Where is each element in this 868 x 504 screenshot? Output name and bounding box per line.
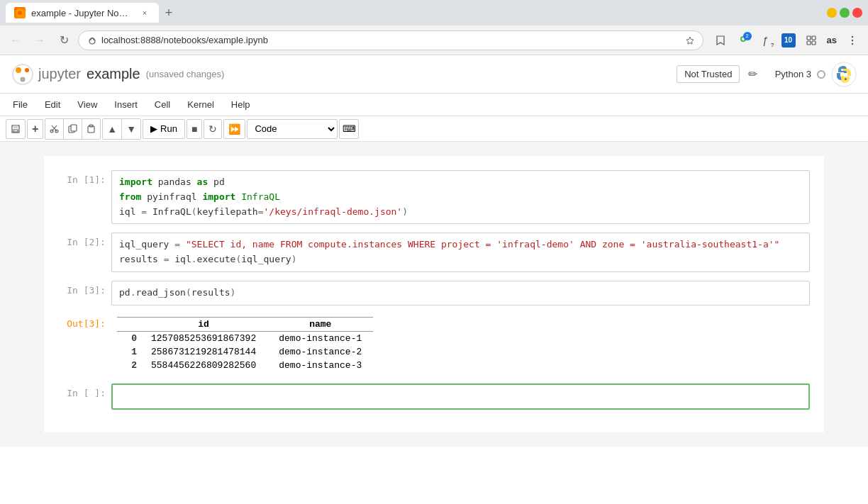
output-3-content: id name 0 1257085253691867392 demo-insta… <box>111 314 810 375</box>
browser-tab[interactable]: example - Jupyter Notebook × <box>6 3 159 23</box>
svg-rect-8 <box>807 41 811 45</box>
maximize-button[interactable] <box>840 8 850 18</box>
save-button[interactable] <box>6 119 26 139</box>
notebook-inner: In [1]: import pandas as pd from pyinfra… <box>44 156 824 432</box>
unsaved-indicator: (unsaved changes) <box>146 69 225 79</box>
cell-1: In [1]: import pandas as pd from pyinfra… <box>58 170 810 224</box>
run-icon: ▶ <box>150 123 157 134</box>
python-logo <box>831 62 857 87</box>
cell-2-content[interactable]: iql_query = "SELECT id, name FROM comput… <box>111 233 810 272</box>
browser-title-bar: example - Jupyter Notebook × + <box>0 0 868 26</box>
rfp-icon[interactable]: ƒ ? <box>756 30 776 50</box>
copy-button[interactable] <box>64 119 82 139</box>
url-text: localhost:8888/notebooks/example.ipynb <box>101 35 681 45</box>
table-row: 2 5584456226809282560 demo-instance-3 <box>117 359 373 372</box>
svg-point-16 <box>21 77 26 82</box>
output-table: id name 0 1257085253691867392 demo-insta… <box>117 317 373 372</box>
svg-rect-28 <box>71 125 77 131</box>
cell-3: In [3]: pd.read_json(results) <box>58 281 810 306</box>
star-icon[interactable] <box>686 36 694 45</box>
svg-rect-22 <box>13 130 18 132</box>
output-3-label: Out[3]: <box>58 314 111 375</box>
move-cell-group: ▲ ▼ <box>102 118 141 140</box>
svg-point-12 <box>852 43 853 44</box>
puzzle-icon[interactable] <box>801 30 821 50</box>
move-cell-up-button[interactable]: ▲ <box>103 119 122 139</box>
back-button[interactable]: ← <box>6 30 26 50</box>
forward-button[interactable]: → <box>30 30 50 50</box>
add-cell-button[interactable]: + <box>27 119 43 139</box>
move-cell-down-button[interactable]: ▼ <box>122 119 140 139</box>
table-index-header <box>117 317 140 331</box>
menu-view[interactable]: View <box>70 96 104 113</box>
restart-run-all-button[interactable]: ⏩ <box>223 119 245 139</box>
cell-1-label: In [1]: <box>58 170 111 224</box>
restart-button[interactable]: ↻ <box>204 119 222 139</box>
tab-close-button[interactable]: × <box>139 7 150 18</box>
new-tab-button[interactable]: + <box>159 3 179 23</box>
table-row: 0 1257085253691867392 demo-instance-1 <box>117 331 373 345</box>
table-row: 1 2586731219281478144 demo-instance-2 <box>117 345 373 359</box>
jupyter-menu-bar: File Edit View Insert Cell Kernel Help <box>0 94 868 116</box>
cell-3-content[interactable]: pd.read_json(results) <box>111 281 810 306</box>
svg-point-2 <box>89 38 95 44</box>
not-trusted-button[interactable]: Not Trusted <box>677 65 740 83</box>
browser-toolbar: ← → ↻ localhost:8888/notebooks/example.i… <box>0 26 868 55</box>
svg-marker-3 <box>686 37 694 44</box>
svg-point-1 <box>18 11 22 15</box>
table-id-header: id <box>140 317 267 331</box>
svg-rect-6 <box>807 36 811 40</box>
cell-1-content[interactable]: import pandas as pd from pyinfraql impor… <box>111 170 810 224</box>
tab-title: example - Jupyter Notebook <box>31 8 130 18</box>
menu-kernel[interactable]: Kernel <box>180 96 221 113</box>
active-cell: In [ ]: <box>58 383 810 410</box>
cut-button[interactable] <box>45 119 64 139</box>
window-controls <box>827 8 862 18</box>
jupyter-logo: jupyter <box>11 63 81 86</box>
cell-toolbar: + ▲ ▼ ▶ Run <box>0 116 868 142</box>
jupyter-header-bar: jupyter example (unsaved changes) Not Tr… <box>0 55 868 94</box>
active-cell-label: In [ ]: <box>58 383 111 410</box>
svg-point-19 <box>845 78 847 80</box>
address-bar[interactable]: localhost:8888/notebooks/example.ipynb <box>78 30 703 50</box>
cell-2: In [2]: iql_query = "SELECT id, name FRO… <box>58 233 810 272</box>
row-1-name: demo-instance-2 <box>267 345 373 359</box>
svg-point-10 <box>852 35 853 37</box>
menu-insert[interactable]: Insert <box>107 96 145 113</box>
minimize-button[interactable] <box>827 8 837 18</box>
svg-rect-9 <box>812 41 816 45</box>
row-2-id: 5584456226809282560 <box>140 359 267 372</box>
browser-extension-icons: 2 ƒ ? 10 as <box>711 30 862 50</box>
cell-type-select[interactable]: Code Markdown Raw NBConvert Heading <box>247 119 338 139</box>
menu-file[interactable]: File <box>6 96 35 113</box>
svg-point-18 <box>841 69 843 71</box>
refresh-button[interactable]: ↻ <box>54 30 74 50</box>
row-1-index: 1 <box>117 345 140 359</box>
menu-cell[interactable]: Cell <box>148 96 177 113</box>
active-cell-content[interactable] <box>111 383 810 410</box>
as-extension-label[interactable]: as <box>824 30 840 50</box>
run-label: Run <box>160 123 177 134</box>
profile-icon[interactable]: 2 <box>733 30 753 50</box>
jupyter-logo-icon <box>11 63 34 86</box>
lock-icon <box>87 35 97 45</box>
bookmark-icon[interactable] <box>711 30 730 50</box>
menu-icon[interactable] <box>842 30 862 50</box>
cell-2-label: In [2]: <box>58 233 111 272</box>
svg-rect-21 <box>13 125 18 128</box>
menu-help[interactable]: Help <box>224 96 257 113</box>
paste-button[interactable] <box>82 119 100 139</box>
row-1-id: 2586731219281478144 <box>140 345 267 359</box>
edit-notebook-icon[interactable]: ✏ <box>745 65 760 84</box>
run-button[interactable]: ▶ Run <box>143 119 185 139</box>
ext-10-icon[interactable]: 10 <box>779 30 799 50</box>
menu-edit[interactable]: Edit <box>38 96 67 113</box>
kernel-status-indicator <box>817 70 825 79</box>
notebook-name[interactable]: example <box>87 66 140 82</box>
row-0-index: 0 <box>117 331 140 345</box>
close-button[interactable] <box>852 8 862 18</box>
jupyter-logo-text: jupyter <box>38 66 81 82</box>
keyboard-shortcuts-button[interactable]: ⌨ <box>339 119 359 139</box>
stop-button[interactable]: ■ <box>187 119 202 139</box>
cell-3-label: In [3]: <box>58 281 111 306</box>
